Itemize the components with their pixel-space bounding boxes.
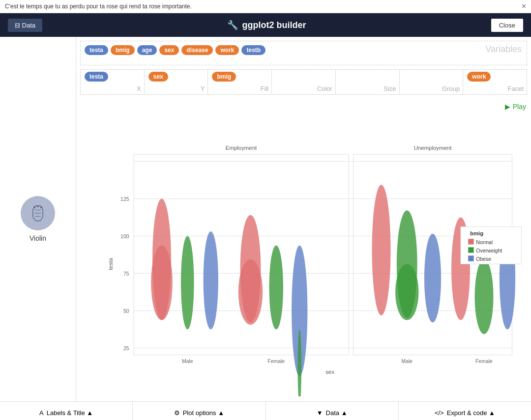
tag-testb[interactable]: testb xyxy=(241,45,266,55)
geom-icon[interactable] xyxy=(21,196,55,230)
mapping-facet[interactable]: work Facet xyxy=(463,70,527,94)
svg-text:Female: Female xyxy=(267,359,285,364)
svg-point-36 xyxy=(475,259,494,334)
footer: A Labels & Title ▲ ⚙ Plot options ▲ ▼ Da… xyxy=(0,401,531,420)
play-label: Play xyxy=(513,103,526,111)
svg-text:Overweight: Overweight xyxy=(476,248,502,253)
export-code-button[interactable]: </> Export & code ▲ xyxy=(399,402,531,420)
labels-title-button[interactable]: A Labels & Title ▲ xyxy=(0,402,133,420)
mapping-size[interactable]: Size xyxy=(336,70,400,94)
svg-text:Normal: Normal xyxy=(476,240,493,245)
plot-options-button[interactable]: ⚙ Plot options ▲ xyxy=(133,402,266,420)
geom-label: Violin xyxy=(30,234,46,242)
svg-point-21 xyxy=(151,246,173,320)
svg-text:bmig: bmig xyxy=(470,230,483,236)
svg-text:50: 50 xyxy=(123,308,129,314)
svg-text:Unemployment: Unemployment xyxy=(414,145,452,151)
svg-text:sex: sex xyxy=(325,369,334,375)
tag-disease[interactable]: disease xyxy=(181,45,213,55)
code-icon: </> xyxy=(435,409,444,417)
data-button[interactable]: ⊟ Data xyxy=(8,19,42,32)
tag-testa[interactable]: testa xyxy=(85,45,108,55)
mapping-group[interactable]: Group xyxy=(400,70,464,94)
gear-icon: ⚙ xyxy=(174,409,180,417)
mapping-x[interactable]: testa X xyxy=(81,70,145,94)
svg-text:Male: Male xyxy=(401,359,413,364)
svg-text:100: 100 xyxy=(120,234,129,239)
svg-text:Female: Female xyxy=(475,359,493,364)
svg-text:Obese: Obese xyxy=(476,256,491,262)
violin-svg xyxy=(28,203,48,223)
svg-point-34 xyxy=(424,234,441,323)
play-button[interactable]: ▶ Play xyxy=(505,103,526,111)
title-bar-close[interactable]: × xyxy=(522,2,526,11)
tag-bmig[interactable]: bmig xyxy=(111,45,135,55)
mapping-y-tag[interactable]: sex xyxy=(148,72,168,82)
svg-text:Male: Male xyxy=(182,359,193,364)
svg-point-2 xyxy=(37,205,39,207)
svg-text:125: 125 xyxy=(120,196,129,202)
left-panel: Violin xyxy=(0,37,76,401)
header: ⊟ Data 🔧 ggplot2 builder Close xyxy=(0,13,531,37)
svg-rect-45 xyxy=(468,247,473,252)
tag-work[interactable]: work xyxy=(215,45,239,55)
mapping-color[interactable]: Color xyxy=(272,70,336,94)
mapping-x-tag[interactable]: testa xyxy=(85,72,108,82)
chart-svg: 25 50 75 100 125 testa Employment Unempl… xyxy=(106,104,526,396)
wrench-icon: 🔧 xyxy=(227,20,238,30)
svg-point-31 xyxy=(372,185,391,315)
chart-area: ▶ Play 25 50 75 100 125 testa xyxy=(76,99,531,401)
mapping-y[interactable]: sex Y xyxy=(145,70,208,94)
svg-rect-43 xyxy=(468,239,473,244)
play-icon: ▶ xyxy=(505,103,510,111)
mapping-facet-tag[interactable]: work xyxy=(467,72,491,82)
svg-point-26 xyxy=(269,246,284,330)
svg-text:testa: testa xyxy=(108,257,114,270)
mapping-fill[interactable]: bmig Fill xyxy=(208,70,272,94)
svg-point-1 xyxy=(33,206,35,208)
svg-text:Employment: Employment xyxy=(226,145,257,151)
svg-point-23 xyxy=(204,231,218,330)
main-content: Violin Variables testa bmig age sex dise… xyxy=(0,37,531,401)
svg-point-22 xyxy=(181,236,194,330)
tag-sex[interactable]: sex xyxy=(159,45,179,55)
mapping-fill-tag[interactable]: bmig xyxy=(212,72,236,82)
close-button[interactable]: Close xyxy=(491,19,523,32)
title-bar-text: C'est le temps que tu as perdu pour ta r… xyxy=(5,3,192,10)
svg-point-33 xyxy=(395,264,419,320)
labels-icon: A xyxy=(39,409,44,417)
data-filter-button[interactable]: ▼ Data ▲ xyxy=(266,402,399,420)
mapping-row: testa X sex Y bmig Fill Color Size Group… xyxy=(80,69,527,95)
variables-label: Variables xyxy=(485,44,522,55)
tag-age[interactable]: age xyxy=(137,45,157,55)
title-bar: C'est le temps que tu as perdu pour ta r… xyxy=(0,0,531,13)
svg-point-3 xyxy=(40,206,42,208)
svg-text:25: 25 xyxy=(123,346,129,351)
svg-rect-47 xyxy=(468,255,473,261)
app-title: 🔧 ggplot2 builder xyxy=(227,20,306,30)
right-panel: Variables testa bmig age sex disease wor… xyxy=(76,37,531,401)
variables-tags: testa bmig age sex disease work testb xyxy=(85,45,523,55)
variables-area[interactable]: Variables testa bmig age sex disease wor… xyxy=(80,41,527,65)
svg-point-25 xyxy=(238,259,263,325)
filter-icon: ▼ xyxy=(317,409,323,417)
svg-text:75: 75 xyxy=(123,271,129,277)
